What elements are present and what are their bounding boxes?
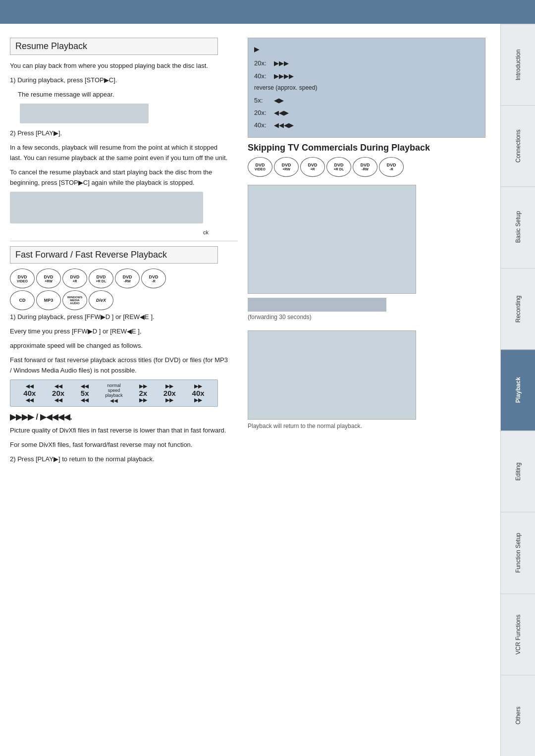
sidebar-tab-connections-label: Connections [515, 129, 522, 162]
ff-badge-dvd-plusrdl: DVD +R DL [89, 269, 113, 288]
sidebar-tab-basicsetup[interactable]: Basic Setup [501, 186, 535, 268]
left-column: Resume Playback You can play back from w… [10, 38, 238, 468]
resume-step1: 1) During playback, press [STOP▶C]. [10, 75, 228, 86]
ff-40x: 40x: ▶▶▶▶ [254, 70, 479, 82]
skip-dvd-badges: DVD VIDEO DVD +RW DVD +R DVD [248, 157, 490, 177]
ff-rev-40x-arrow: ◀◀◀▶ [274, 119, 294, 131]
speed-2x: ▶▶ 2x ▶▶ [139, 383, 147, 403]
fastforward-section: Fast Forward / Fast Reverse Playback DVD… [10, 246, 238, 464]
ff-20x-arrow: ▶▶▶ [274, 57, 289, 69]
ff-note2: Picture quality of DivXfi files in fast … [10, 426, 228, 436]
ff-40x-arrow: ▶▶▶▶ [274, 70, 294, 82]
ff-title: Fast Forward / Fast Reverse Playback [10, 246, 218, 264]
forwarding-image-box [248, 185, 416, 294]
ff-20x: 20x: ▶▶▶ [254, 57, 479, 69]
skip-badge-dvd-plusrdl: DVD +R DL [326, 157, 351, 177]
ff-rev-5x: 5x: ◀▶ [254, 95, 479, 106]
ff-badge-dvd-minusr: DVD -R [141, 269, 166, 288]
ff-media-badges: CD MP3 WINDOWSMEDIAAUDIO DivX [10, 290, 238, 310]
speed-diagram: ◀◀ 40x ◀◀ ◀◀ 20x ◀◀ ◀◀ 5x ◀◀ [10, 379, 218, 407]
sidebar-tab-editing[interactable]: Editing [501, 431, 535, 512]
right-column: ▶ 20x: ▶▶▶ 40x: ▶▶▶▶ reverse (approx. sp… [243, 38, 490, 468]
resume-step2c: To cancel the resume playback and start … [10, 167, 228, 188]
sidebar-tab-functionsetup[interactable]: Function Setup [501, 512, 535, 593]
forwarding-bar [248, 298, 386, 312]
ff-note3: For some DivXfi files, fast forward/fast… [10, 440, 228, 450]
resume-image-label: ck [203, 229, 209, 235]
sidebar-tab-recording[interactable]: Recording [501, 268, 535, 349]
ff-speed-box: ▶ 20x: ▶▶▶ 40x: ▶▶▶▶ reverse (approx. sp… [248, 38, 485, 138]
ff-rev-20x: 20x: ◀◀▶ [254, 107, 479, 118]
skip-badge-dvd-minusr: DVD -R [379, 157, 404, 177]
ff-badge-dvd-video: DVD VIDEO [10, 269, 35, 288]
forwarding-caption: (forwarding 30 seconds) [248, 314, 490, 321]
return-image-box [248, 330, 416, 420]
sidebar-tab-functionsetup-label: Function Setup [515, 533, 522, 573]
ff-rev-5x-label: 5x: [254, 95, 274, 106]
resume-section: Resume Playback You can play back from w… [10, 38, 238, 236]
sidebar-tab-editing-label: Editing [515, 462, 522, 481]
ff-20x-label: 20x: [254, 57, 274, 69]
speed-5x-rev: ◀◀ 5x ◀◀ [81, 383, 89, 403]
sidebar-tab-others-label: Others [515, 706, 522, 724]
ff-badge-wma: WINDOWSMEDIAAUDIO [62, 290, 87, 310]
ff-badge-dvd-plusr: DVD +R [62, 269, 87, 288]
ff-step1c: approximate speed will be changed as fol… [10, 341, 228, 351]
skipping-section: Skipping TV Commercials During Playback … [248, 143, 490, 430]
left-panel: Resume Playback You can play back from w… [0, 24, 500, 756]
main-content: Resume Playback You can play back from w… [0, 24, 535, 756]
two-column-layout: Resume Playback You can play back from w… [10, 38, 490, 468]
resume-title: Resume Playback [10, 38, 218, 55]
ff-normal-arrow: ▶ [254, 43, 479, 55]
return-caption: Playback will return to the normal playb… [248, 423, 490, 430]
speed-40x-rev: ◀◀ 40x ◀◀ [23, 383, 36, 403]
skipping-title: Skipping TV Commercials During Playback [248, 143, 456, 153]
skip-badge-dvd-plusr: DVD +R [300, 157, 325, 177]
forwarding-box-wrap: (forwarding 30 seconds) [248, 185, 490, 321]
sidebar-tab-basicsetup-label: Basic Setup [515, 212, 522, 243]
resume-para1: You can play back from where you stopped… [10, 61, 228, 71]
speed-40x-fwd: ▶▶ 40x ▶▶ [192, 383, 205, 403]
sidebar-tab-recording-label: Recording [515, 295, 522, 323]
speed-20x-rev: ◀◀ 20x ◀◀ [52, 383, 64, 403]
ff-reverse-text: reverse (approx. speed) [254, 83, 317, 94]
ff-step2: 2) Press [PLAY▶] to return to the normal… [10, 454, 228, 465]
ff-step1b: Every time you press [FFW▶D ] or [REW◀E … [10, 326, 228, 337]
sidebar-tab-vcrfunctions[interactable]: VCR Functions [501, 594, 535, 675]
sidebar-tab-playback[interactable]: Playback [501, 349, 535, 431]
ff-step1: 1) During playback, press [FFW▶D ] or [R… [10, 312, 228, 323]
ff-rev-40x-label: 40x: [254, 119, 274, 131]
resume-step1b: The resume message will appear. [18, 90, 236, 100]
ff-badge-divx: DivX [89, 290, 113, 310]
right-sidebar: Introduction Connections Basic Setup Rec… [500, 24, 535, 756]
speed-20x-fwd: ▶▶ 20x ▶▶ [163, 383, 176, 403]
sidebar-tab-others[interactable]: Others [501, 675, 535, 756]
ff-reverse-label: reverse (approx. speed) [254, 83, 479, 94]
resume-image-box [20, 104, 149, 123]
resume-image-box2 [10, 192, 203, 223]
skip-badge-dvd-video: DVD VIDEO [248, 157, 272, 177]
skip-badge-dvd-minusrw: DVD -RW [353, 157, 377, 177]
return-box-wrap: Playback will return to the normal playb… [248, 330, 490, 430]
resume-step2: 2) Press [PLAY▶]. [10, 128, 228, 139]
ff-rev-20x-label: 20x: [254, 107, 274, 118]
ff-badge-mp3: MP3 [36, 290, 61, 310]
ff-step1d: Fast forward or fast reverse playback ac… [10, 355, 228, 376]
resume-step2b: In a few seconds, playback will resume f… [10, 143, 228, 163]
ff-40x-label: 40x: [254, 70, 274, 82]
ff-dvd-badges: DVD VIDEO DVD +RW DVD +R DVD [10, 269, 238, 288]
ff-note: ▶▶▶▶ / ▶◀◀◀◀. [10, 411, 228, 424]
skip-badge-dvd-plusrw: DVD +RW [274, 157, 299, 177]
sidebar-tab-introduction[interactable]: Introduction [501, 24, 535, 105]
ff-rev-40x: 40x: ◀◀◀▶ [254, 119, 479, 131]
speed-normal: normal speed playback ◀◀ [105, 383, 123, 403]
sidebar-tab-vcrfunctions-label: VCR Functions [515, 614, 522, 654]
divider1 [10, 241, 238, 241]
sidebar-tab-connections[interactable]: Connections [501, 105, 535, 186]
ff-badge-dvd-minusrw: DVD -RW [115, 269, 140, 288]
ff-badge-cd: CD [10, 290, 35, 310]
sidebar-tab-playback-label: Playback [515, 377, 522, 403]
ff-rev-5x-arrow: ◀▶ [274, 95, 284, 106]
ff-rev-20x-arrow: ◀◀▶ [274, 107, 289, 118]
ff-badge-dvd-plusrw: DVD +RW [36, 269, 61, 288]
